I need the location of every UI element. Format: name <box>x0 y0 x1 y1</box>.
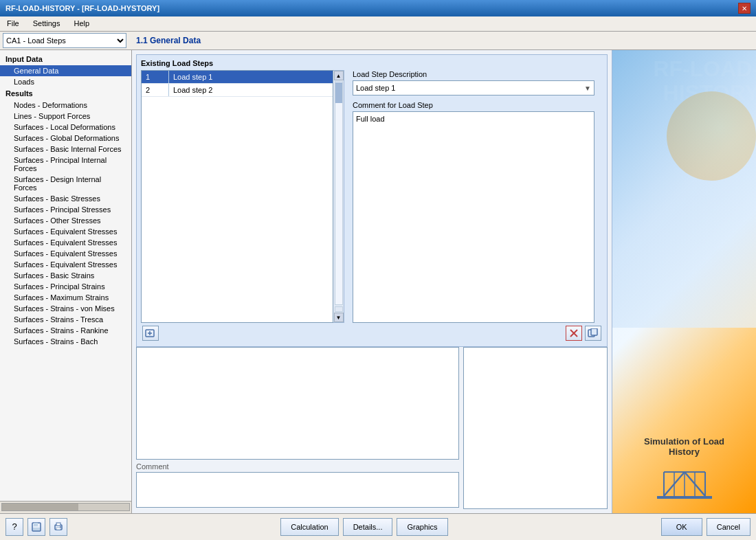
details-button[interactable]: Details... <box>343 518 393 536</box>
sidebar-item-lines-support[interactable]: Lines - Support Forces <box>0 111 131 122</box>
sidebar-item-surfaces-local[interactable]: Surfaces - Local Deformations <box>0 122 131 133</box>
chevron-down-icon: ▼ <box>584 85 591 92</box>
svg-rect-18 <box>33 528 40 530</box>
scroll-track[interactable] <box>335 81 343 305</box>
sidebar-item-surfaces-equiv-stress-4[interactable]: Surfaces - Equivalent Stresses <box>0 259 131 270</box>
section-title: 1.1 General Data <box>129 36 201 45</box>
save-icon <box>32 522 41 532</box>
brand-panel: RF-LOAD-HISTORY Simulation of LoadHistor… <box>612 50 756 513</box>
comment-label: Comment <box>136 462 459 471</box>
copy-step-button[interactable] <box>585 326 601 341</box>
sidebar-item-surfaces-global[interactable]: Surfaces - Global Deformations <box>0 133 131 144</box>
description-dropdown[interactable]: Load step 1 ▼ <box>353 80 594 95</box>
lower-content: Comment <box>136 347 608 508</box>
menu-settings[interactable]: Settings <box>29 18 65 29</box>
brand-subtitle: Simulation of LoadHistory <box>644 436 724 457</box>
load-steps-panel: Existing Load Steps 1 Load step 1 2 Load… <box>136 54 608 347</box>
brand-blue-bg <box>612 50 756 328</box>
sidebar-item-surfaces-other-stress[interactable]: Surfaces - Other Stresses <box>0 215 131 226</box>
sidebar-item-nodes-deformations[interactable]: Nodes - Deformations <box>0 100 131 111</box>
graphics-button[interactable]: Graphics <box>397 518 447 536</box>
calculation-button[interactable]: Calculation <box>280 518 338 536</box>
toolbar-row: CA1 - Load Steps 1.1 General Data <box>0 32 756 51</box>
brand-logo <box>657 465 712 506</box>
sidebar-item-surfaces-basic-strains[interactable]: Surfaces - Basic Strains <box>0 270 131 281</box>
window-title: RF-LOAD-HISTORY - [RF-LOAD-HYSTORY] <box>5 4 159 12</box>
svg-rect-17 <box>34 523 38 526</box>
sidebar-item-surfaces-bach[interactable]: Surfaces - Strains - Bach <box>0 336 131 347</box>
menu-help[interactable]: Help <box>69 18 93 29</box>
sidebar-item-surfaces-equiv-stress-2[interactable]: Surfaces - Equivalent Stresses <box>0 237 131 248</box>
load-steps-title: Existing Load Steps <box>141 59 603 67</box>
save-button[interactable] <box>27 518 45 536</box>
add-step-button[interactable] <box>142 326 159 341</box>
print-icon <box>54 522 63 532</box>
comment-section: Comment <box>136 462 459 509</box>
svg-rect-21 <box>56 528 60 530</box>
close-button[interactable]: ✕ <box>738 3 751 14</box>
scroll-down-arrow[interactable]: ▼ <box>334 313 344 322</box>
steps-list[interactable]: 1 Load step 1 2 Load step 2 <box>141 70 333 323</box>
comment-for-load-step-box[interactable]: Full load <box>353 111 594 323</box>
table-row[interactable]: 2 Load step 2 <box>142 84 333 97</box>
sidebar-item-surfaces-principal-stress[interactable]: Surfaces - Principal Stresses <box>0 204 131 215</box>
hscroll-thumb <box>2 504 78 510</box>
menu-file[interactable]: File <box>3 18 23 29</box>
svg-rect-20 <box>56 523 60 526</box>
delete-icon <box>569 328 579 338</box>
sidebar-item-surfaces-basic-int[interactable]: Surfaces - Basic Internal Forces <box>0 144 131 155</box>
svg-rect-6 <box>591 328 597 335</box>
content-area: Existing Load Steps 1 Load step 1 2 Load… <box>132 50 612 513</box>
svg-rect-7 <box>657 496 712 499</box>
sidebar-item-general-data[interactable]: General Data <box>0 65 131 76</box>
load-step-details: Load Step Description Load step 1 ▼ Comm… <box>344 70 603 323</box>
menu-bar: File Settings Help <box>0 16 756 32</box>
scroll-grip <box>335 306 343 312</box>
comment-for-load-step-label: Comment for Load Step <box>353 101 594 109</box>
sidebar-item-surfaces-vonmises[interactable]: Surfaces - Strains - von Mises <box>0 303 131 314</box>
lower-main-box[interactable] <box>136 347 459 459</box>
sidebar-item-surfaces-basic-stress[interactable]: Surfaces - Basic Stresses <box>0 193 131 204</box>
ok-button[interactable]: OK <box>661 518 702 536</box>
lower-left: Comment <box>136 347 459 508</box>
sidebar-item-loads[interactable]: Loads <box>0 76 131 87</box>
add-icon <box>145 328 156 338</box>
steps-toolbar <box>141 323 603 342</box>
cancel-button[interactable]: Cancel <box>707 518 751 536</box>
title-bar: RF-LOAD-HISTORY - [RF-LOAD-HYSTORY] ✕ <box>0 0 756 16</box>
print-button[interactable] <box>49 518 67 536</box>
delete-step-button[interactable] <box>566 326 582 341</box>
sidebar-item-surfaces-equiv-stress-3[interactable]: Surfaces - Equivalent Stresses <box>0 248 131 259</box>
sidebar: Input Data General Data Loads Results No… <box>0 50 132 500</box>
sidebar-item-surfaces-design-int[interactable]: Surfaces - Design Internal Forces <box>0 174 131 193</box>
hscroll-track[interactable] <box>1 503 130 511</box>
lower-right <box>463 347 608 508</box>
table-row[interactable]: 1 Load step 1 <box>142 71 333 84</box>
sidebar-hscroll[interactable] <box>0 501 131 513</box>
load-steps-grid: 1 Load step 1 2 Load step 2 ▲ <box>141 70 603 323</box>
sidebar-item-surfaces-equiv-stress-1[interactable]: Surfaces - Equivalent Stresses <box>0 226 131 237</box>
sidebar-item-surfaces-principal-strains[interactable]: Surfaces - Principal Strains <box>0 281 131 292</box>
steps-scrollbar[interactable]: ▲ ▼ <box>333 70 344 323</box>
action-bar: ? Calculation Details... Graphics OK Can… <box>0 513 756 540</box>
description-label: Load Step Description <box>353 70 594 78</box>
sidebar-item-surfaces-principal-int[interactable]: Surfaces - Principal Internal Forces <box>0 155 131 174</box>
copy-icon <box>588 328 599 338</box>
help-button[interactable]: ? <box>5 518 23 536</box>
sidebar-item-surfaces-max-strains[interactable]: Surfaces - Maximum Strains <box>0 292 131 303</box>
scroll-thumb <box>335 82 342 103</box>
comment-textarea[interactable] <box>136 472 459 508</box>
svg-point-22 <box>60 526 61 528</box>
sidebar-item-surfaces-rankine[interactable]: Surfaces - Strains - Rankine <box>0 325 131 336</box>
scroll-up-arrow[interactable]: ▲ <box>334 71 344 80</box>
results-label: Results <box>0 87 131 100</box>
input-data-label: Input Data <box>0 53 131 65</box>
case-dropdown[interactable]: CA1 - Load Steps <box>3 33 126 48</box>
sidebar-item-surfaces-tresca[interactable]: Surfaces - Strains - Tresca <box>0 314 131 325</box>
